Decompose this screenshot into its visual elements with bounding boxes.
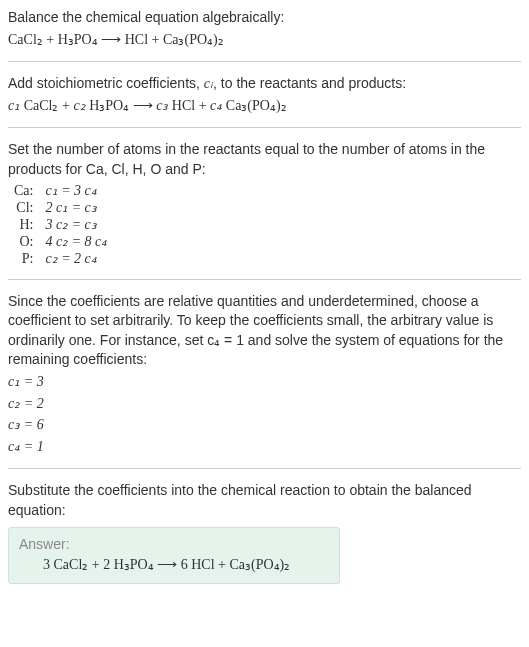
element-label: H:	[8, 216, 39, 233]
text-fragment: , to the reactants and products:	[213, 75, 406, 91]
table-row: P: c₂ = 2 c₄	[8, 250, 113, 267]
coef-result: c₂ = 2	[8, 394, 521, 414]
divider	[8, 279, 521, 280]
intro-text: Balance the chemical equation algebraica…	[8, 8, 521, 28]
atom-equation: 2 c₁ = c₃	[39, 199, 113, 216]
coef-result: c₄ = 1	[8, 437, 521, 457]
atom-equation: c₁ = 3 c₄	[39, 182, 113, 199]
atom-equation: 3 c₂ = c₃	[39, 216, 113, 233]
atom-equation: c₂ = 2 c₄	[39, 250, 113, 267]
document-body: Balance the chemical equation algebraica…	[0, 0, 529, 594]
element-label: P:	[8, 250, 39, 267]
element-label: O:	[8, 233, 39, 250]
table-row: O: 4 c₂ = 8 c₄	[8, 233, 113, 250]
eq-fragment: HCl +	[168, 98, 210, 113]
atoms-table: Ca: c₁ = 3 c₄ Cl: 2 c₁ = c₃ H: 3 c₂ = c₃…	[8, 182, 113, 267]
atoms-intro: Set the number of atoms in the reactants…	[8, 140, 521, 179]
eq-fragment: H₃PO₄ ⟶	[86, 98, 157, 113]
divider	[8, 468, 521, 469]
balanced-equation: 3 CaCl₂ + 2 H₃PO₄ ⟶ 6 HCl + Ca₃(PO₄)₂	[19, 556, 329, 573]
coef-c2: c₂	[73, 98, 85, 113]
answer-label: Answer:	[19, 536, 329, 552]
substitute-intro: Substitute the coefficients into the che…	[8, 481, 521, 520]
atom-equation: 4 c₂ = 8 c₄	[39, 233, 113, 250]
eq-fragment: Ca₃(PO₄)₂	[222, 98, 286, 113]
table-row: Cl: 2 c₁ = c₃	[8, 199, 113, 216]
coef-result: c₃ = 6	[8, 415, 521, 435]
coef-c3: c₃	[156, 98, 168, 113]
divider	[8, 61, 521, 62]
stoich-equation: c₁ CaCl₂ + c₂ H₃PO₄ ⟶ c₃ HCl + c₄ Ca₃(PO…	[8, 96, 521, 116]
table-row: H: 3 c₂ = c₃	[8, 216, 113, 233]
text-fragment: Add stoichiometric coefficients,	[8, 75, 204, 91]
table-row: Ca: c₁ = 3 c₄	[8, 182, 113, 199]
ci-symbol: cᵢ	[204, 76, 213, 91]
answer-box: Answer: 3 CaCl₂ + 2 H₃PO₄ ⟶ 6 HCl + Ca₃(…	[8, 527, 340, 584]
unbalanced-equation: CaCl₂ + H₃PO₄ ⟶ HCl + Ca₃(PO₄)₂	[8, 30, 521, 50]
divider	[8, 127, 521, 128]
stoich-intro: Add stoichiometric coefficients, cᵢ, to …	[8, 74, 521, 94]
solve-intro: Since the coefficients are relative quan…	[8, 292, 521, 370]
eq-fragment: CaCl₂ +	[20, 98, 73, 113]
element-label: Cl:	[8, 199, 39, 216]
coef-c1: c₁	[8, 98, 20, 113]
coef-c4: c₄	[210, 98, 222, 113]
coef-result: c₁ = 3	[8, 372, 521, 392]
element-label: Ca:	[8, 182, 39, 199]
